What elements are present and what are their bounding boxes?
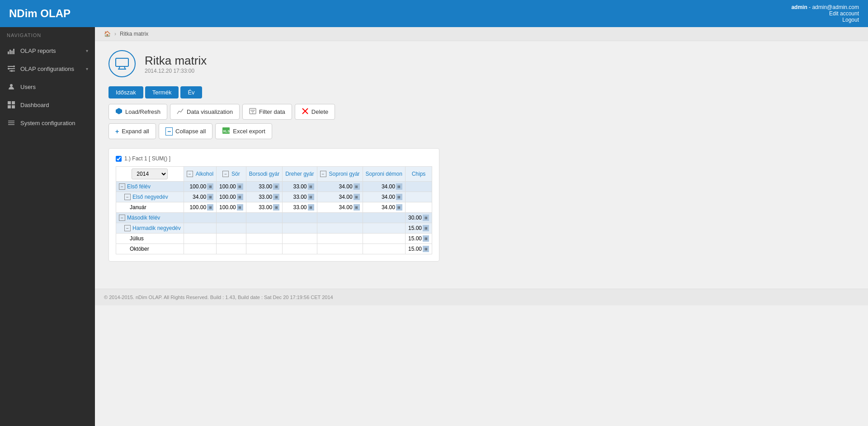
cell-action-btn[interactable]: ⊞ [273,183,279,190]
fact-checkbox[interactable] [116,156,122,162]
cell-action-btn[interactable]: ⊞ [207,183,213,190]
table-row: Január 100.00⊞ 100.00⊞ 33.00⊞ [116,202,432,213]
cell-soproni-demon-januar: 34.00⊞ [363,202,405,213]
cell-action-btn[interactable]: ⊞ [423,215,429,221]
action-buttons-row2: + Expand all − Collapse all XLS Excel ex… [108,123,854,139]
svg-rect-12 [12,101,15,104]
breadcrumb-home[interactable]: 🏠 [104,31,111,37]
footer: © 2014-2015. nDim OLAP. All Rights Reser… [95,289,868,305]
dashboard-icon [7,101,16,108]
cell-action-btn[interactable]: ⊞ [354,183,360,190]
cell-action-btn[interactable]: ⊞ [308,204,314,211]
table-row: − Második félév 30.00⊞ [116,213,432,223]
user-menu: admin - admin@admin.com Edit account Log… [791,4,859,23]
sidebar-item-system-configuration[interactable]: System configuration [0,114,95,132]
table-row: Július 15.00⊞ [116,234,432,244]
load-refresh-button[interactable]: Load/Refresh [108,104,167,120]
cell-soproni-gyar-januar: 34.00⊞ [317,202,363,213]
col-collapse-alkohol[interactable]: − [187,171,193,177]
row-collapse-elso-felev[interactable]: − [119,183,125,190]
cell-action-btn[interactable]: ⊞ [237,194,243,200]
cell-action-btn[interactable]: ⊞ [423,235,429,242]
main-content: 🏠 › Ritka matrix Ritka matrix 2014. [95,27,868,426]
data-visualization-button[interactable]: Data visualization [170,104,240,120]
gear-icon [7,119,16,126]
expand-all-button[interactable]: + Expand all [108,123,156,139]
cell-action-btn[interactable]: ⊞ [273,194,279,200]
cell-sor-harmadik [217,223,246,234]
row-label: − Első negyedév [116,192,184,202]
cell-action-btn[interactable]: ⊞ [354,194,360,200]
cell-action-btn[interactable]: ⊞ [308,183,314,190]
cell-action-btn[interactable]: ⊞ [396,183,402,190]
sidebar-item-olap-configurations[interactable]: OLAP configurations ▾ [0,60,95,78]
row-label: − Harmadik negyedév [116,223,184,234]
cell-action-btn[interactable]: ⊞ [237,204,243,211]
cell-action-btn[interactable]: ⊞ [207,194,213,200]
cell-dreher-harmadik [283,223,317,234]
cell-action-btn[interactable]: ⊞ [423,225,429,231]
cell-chips-harmadik: 15.00⊞ [405,223,432,234]
row-label-plain: Október [116,244,184,254]
col-collapse-soproni[interactable]: − [320,171,326,177]
cell-soproni-gyar-harmadik [317,223,363,234]
excel-export-button[interactable]: XLS Excel export [215,123,272,139]
sidebar-item-dashboard[interactable]: Dashboard [0,96,95,114]
cell-action-btn[interactable]: ⊞ [396,194,402,200]
row-collapse-harmadik[interactable]: − [124,225,131,231]
cell-dreher-januar: 33.00⊞ [283,202,317,213]
data-table: 2014 2013 2012 − Alkohol [116,166,432,254]
cell-action-btn[interactable]: ⊞ [308,194,314,200]
cell-action-btn[interactable]: ⊞ [207,204,213,211]
cell-alkohol-elso-felev: 100.00⊞ [184,182,216,192]
filter-btn-idoszak[interactable]: Időszak [108,86,143,98]
cell-action-btn[interactable]: ⊞ [273,204,279,211]
cell-borsodi-harmadik [246,223,282,234]
edit-account-link[interactable]: Edit account [791,10,859,17]
row-collapse-masodik-felev[interactable]: − [119,215,125,221]
cell-action-btn[interactable]: ⊞ [396,204,402,211]
sidebar-item-olap-reports[interactable]: OLAP reports ▾ [0,42,95,60]
cell-borsodi-oktober [246,244,282,254]
cell-alkohol: 34.00⊞ [184,192,216,202]
svg-rect-2 [11,51,13,54]
cell-soproni-demon-julius [363,234,405,244]
cell-action-btn[interactable]: ⊞ [237,183,243,190]
cell-alkohol-harmadik [184,223,216,234]
row-label-plain: Július [116,234,184,244]
delete-button[interactable]: Delete [295,104,335,120]
filter-btn-termek[interactable]: Termék [145,86,179,98]
action-buttons-row1: Load/Refresh Data visualization [108,104,854,120]
chevron-icon: ▾ [86,66,88,71]
col-collapse-sor[interactable]: − [222,171,229,177]
sidebar-item-users[interactable]: Users [0,78,95,96]
svg-rect-17 [8,124,14,125]
page-title-area: Ritka matrix 2014.12.20 17:33:00 [108,50,854,77]
svg-rect-13 [8,105,11,108]
sidebar-item-label: OLAP configurations [20,66,86,72]
cell-dreher-masodik [283,213,317,223]
config-icon [7,65,16,72]
cell-alkohol-januar: 100.00⊞ [184,202,216,213]
svg-point-8 [8,68,9,70]
cell-action-btn[interactable]: ⊞ [423,246,429,252]
cell-action-btn[interactable]: ⊞ [354,204,360,211]
collapse-all-button[interactable]: − Collapse all [159,123,212,139]
filter-data-button[interactable]: Filter data [242,104,292,120]
header: NDim OLAP admin - admin@admin.com Edit a… [0,0,868,27]
cell-soproni-gyar-oktober [317,244,363,254]
cell-soproni-gyar: 34.00⊞ [317,192,363,202]
cell-sor-masodik [217,213,246,223]
breadcrumb: 🏠 › Ritka matrix [95,27,868,41]
excel-icon: XLS [222,127,230,136]
year-select[interactable]: 2014 2013 2012 [132,169,168,179]
row-collapse-elso-negyedeve[interactable]: − [124,194,131,200]
logout-link[interactable]: Logout [791,17,859,23]
cell-soproni-gyar-masodik [317,213,363,223]
bar-chart-icon [7,47,16,54]
page-title-text: Ritka matrix 2014.12.20 17:33:00 [145,54,207,74]
svg-rect-15 [8,121,14,122]
sidebar-item-label: Users [20,84,88,90]
cell-chips-masodik: 30.00⊞ [405,213,432,223]
filter-btn-ev[interactable]: Év [180,86,202,98]
